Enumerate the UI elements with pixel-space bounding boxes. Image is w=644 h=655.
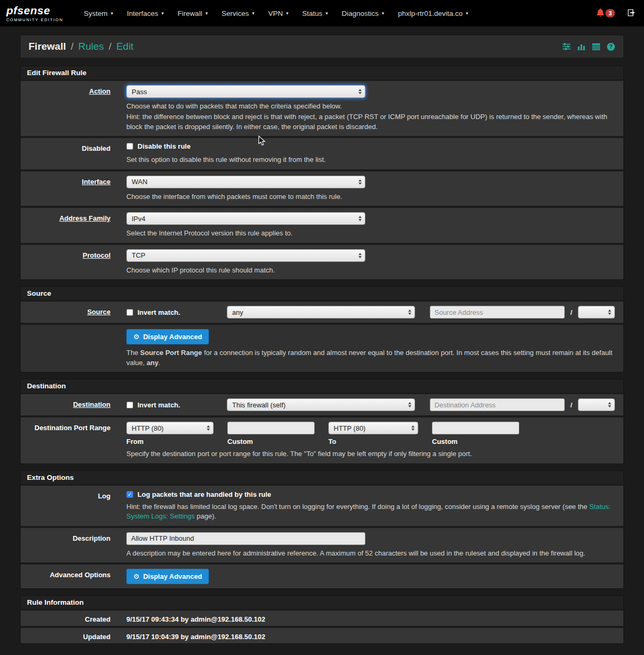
action-row: Action Pass Choose what to do with packe…: [21, 81, 623, 136]
source-address-input[interactable]: [430, 306, 565, 319]
help-text-segment: The: [126, 349, 140, 357]
bell-icon: [596, 8, 604, 19]
disabled-label: Disabled: [21, 142, 126, 165]
arrow-up-icon: [358, 179, 362, 181]
port-to-custom-input[interactable]: [432, 422, 519, 434]
arrow-down-icon: [608, 405, 611, 407]
notification-badge: 3: [605, 9, 615, 17]
breadcrumb-bar: Firewall / Rules / Edit ?: [20, 35, 624, 58]
nav-item-hostname[interactable]: phxlp-rtr01.devita.co▾: [391, 0, 475, 26]
label-spacer: [21, 329, 126, 368]
source-type-select[interactable]: any: [227, 306, 415, 319]
chart-icon[interactable]: [577, 42, 586, 51]
breadcrumb-firewall: Firewall: [29, 41, 66, 52]
select-arrows-icon: [358, 253, 362, 258]
port-custom-caption: Custom: [432, 438, 519, 445]
port-from-select-value: HTTP (80): [132, 424, 204, 432]
description-input[interactable]: [126, 532, 365, 545]
chevron-down-icon: ▾: [326, 11, 328, 16]
breadcrumb-rules-link[interactable]: Rules: [78, 41, 104, 52]
select-arrows-icon: [358, 179, 362, 185]
select-arrows-icon: [408, 402, 411, 407]
destination-row: Destination Invert match. This firewall …: [21, 394, 623, 415]
source-display-advanced-button[interactable]: ⚙ Display Advanced: [126, 329, 209, 344]
action-label: Action: [21, 85, 126, 132]
nav-item-services[interactable]: Services▾: [215, 0, 261, 26]
destination-label: Destination: [21, 398, 126, 411]
action-select[interactable]: Pass: [126, 85, 365, 98]
port-from-select[interactable]: HTTP (80): [126, 422, 214, 434]
description-label: Description: [21, 532, 126, 558]
checkbox-icon[interactable]: [126, 143, 133, 150]
chevron-down-icon: ▾: [252, 11, 255, 16]
top-navbar: pfsense COMMUNITY EDITION System▾ Interf…: [0, 0, 644, 26]
nav-item-label: Firewall: [178, 10, 203, 17]
mask-separator: /: [571, 308, 573, 316]
interface-select[interactable]: WAN: [126, 176, 365, 188]
arrow-down-icon: [207, 429, 210, 431]
checkbox-checked-icon[interactable]: ✓: [126, 491, 133, 498]
source-mask-select[interactable]: [578, 306, 615, 319]
logout-button[interactable]: [628, 9, 636, 18]
address-family-help-text: Select the Internet Protocol version thi…: [126, 229, 615, 238]
nav-item-label: Diagnostics: [342, 10, 379, 17]
notifications-button[interactable]: 3: [596, 8, 615, 19]
navbar-right: 3: [596, 8, 636, 19]
source-invert-checkbox[interactable]: Invert match.: [126, 308, 227, 316]
mask-separator: /: [571, 401, 573, 409]
nav-item-interfaces[interactable]: Interfaces▾: [120, 0, 171, 26]
port-from-custom-input[interactable]: [227, 422, 315, 434]
description-help-text: A description may be entered here for ad…: [126, 549, 615, 558]
brand-edition: COMMUNITY EDITION: [6, 17, 63, 22]
panel-source: Source Source Invert match. any /: [20, 286, 624, 372]
arrow-up-icon: [411, 425, 415, 427]
source-label: Source: [21, 306, 126, 319]
nav-item-vpn[interactable]: VPN▾: [261, 0, 295, 26]
help-icon[interactable]: ?: [606, 42, 615, 51]
nav-item-status[interactable]: Status▾: [296, 0, 335, 26]
chevron-down-icon: ▾: [205, 11, 208, 16]
arrow-up-icon: [408, 402, 411, 404]
log-checkbox[interactable]: ✓ Log packets that are handled by this r…: [126, 490, 271, 498]
gear-icon: ⚙: [133, 573, 140, 580]
destination-address-input[interactable]: [430, 398, 565, 411]
destination-type-select[interactable]: This firewall (self): [227, 398, 415, 411]
log-row: Log ✓ Log packets that are handled by th…: [21, 486, 623, 526]
checkbox-icon[interactable]: [126, 309, 133, 316]
chevron-down-icon: ▾: [111, 11, 114, 16]
chevron-down-icon: ▾: [466, 11, 468, 16]
created-label: Created: [21, 613, 126, 623]
source-advanced-row: ⚙ Display Advanced The Source Port Range…: [21, 325, 623, 372]
nav-item-label: Status: [302, 10, 323, 17]
select-arrows-icon: [608, 310, 611, 315]
advanced-options-label: Advanced Options: [21, 569, 126, 584]
action-help-text: Choose what to do with packets that matc…: [126, 102, 615, 111]
pfsense-logo[interactable]: pfsense COMMUNITY EDITION: [6, 5, 63, 22]
destination-mask-select[interactable]: [578, 398, 615, 411]
destination-port-range-row: Destination Port Range HTTP (80) HTTP (8…: [21, 417, 623, 463]
breadcrumb: Firewall / Rules / Edit: [29, 41, 134, 52]
action-select-value: Pass: [132, 88, 355, 96]
destination-invert-checkbox[interactable]: Invert match.: [126, 401, 227, 409]
advanced-display-advanced-button[interactable]: ⚙ Display Advanced: [126, 569, 209, 584]
protocol-select-value: TCP: [132, 251, 355, 259]
arrow-down-icon: [408, 313, 411, 315]
arrow-up-icon: [408, 310, 411, 312]
nav-item-diagnostics[interactable]: Diagnostics▾: [335, 0, 391, 26]
sliders-icon[interactable]: [562, 42, 571, 51]
table-icon[interactable]: [592, 42, 601, 51]
port-to-select[interactable]: HTTP (80): [328, 422, 418, 434]
nav-item-label: Services: [222, 10, 249, 17]
address-family-select[interactable]: IPv4: [126, 212, 365, 225]
nav-item-system[interactable]: System▾: [77, 0, 121, 26]
breadcrumb-edit-link[interactable]: Edit: [116, 41, 134, 52]
interface-label: Interface: [21, 176, 126, 202]
arrow-down-icon: [358, 183, 362, 185]
checkbox-icon[interactable]: [126, 402, 133, 408]
disable-rule-checkbox[interactable]: Disable this rule: [126, 142, 190, 150]
nav-item-firewall[interactable]: Firewall▾: [171, 0, 215, 26]
address-family-row: Address Family IPv4 Select the Internet …: [21, 208, 623, 242]
port-range-help-text: Specify the destination port or port ran…: [126, 449, 615, 459]
save-row: Save: [20, 650, 624, 655]
protocol-select[interactable]: TCP: [126, 249, 365, 262]
